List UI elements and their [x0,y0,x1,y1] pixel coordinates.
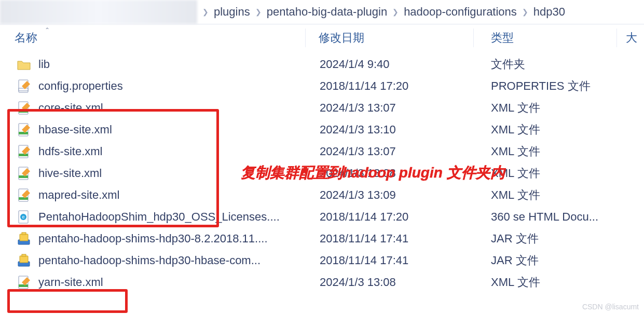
file-date: 2024/1/3 13:10 [320,123,396,136]
column-header-size[interactable]: 大 [626,30,637,46]
table-row[interactable]: lib2024/1/4 9:40文件夹 [0,53,644,75]
chevron-right-icon: ❯ [202,8,209,16]
redacted-path [0,0,197,24]
xml-icon [17,188,31,202]
file-name: PentahoHadoopShim_hdp30_OSS_Licenses.... [38,210,280,224]
file-type: XML 文件 [491,122,540,138]
table-row[interactable]: hdfs-site.xml2024/1/3 13:07XML 文件 [0,141,644,162]
chevron-right-icon: ❯ [392,8,399,16]
file-name: yarn-site.xml [38,276,103,289]
file-type: JAR 文件 [491,253,539,268]
file-type: 文件夹 [491,57,525,72]
file-date: 2024/1/3 13:09 [320,188,396,202]
column-header-name[interactable]: 名称 ⌃ [15,30,50,46]
column-headers: 名称 ⌃ 修改日期 类型 大 [0,24,644,51]
file-type: XML 文件 [491,275,540,290]
xml-icon [17,101,31,115]
file-name: pentaho-hadoop-shims-hdp30-hbase-com... [38,254,261,267]
file-name: hdfs-site.xml [38,145,102,158]
column-divider [305,29,306,47]
file-name: hbase-site.xml [38,123,112,136]
breadcrumb-item[interactable]: plugins [214,5,250,19]
html-icon [17,210,31,224]
file-type: XML 文件 [491,144,540,159]
xml-icon [17,144,31,159]
file-type: 360 se HTML Docu... [491,210,598,224]
table-row[interactable]: config.properties2018/11/14 17:20PROPERT… [0,75,644,97]
file-name: lib [38,58,50,71]
column-divider [616,29,617,47]
annotation-text: 复制集群配置到hadoop plugin 文件夹内 [241,163,505,183]
table-row[interactable]: core-site.xml2024/1/3 13:07XML 文件 [0,97,644,119]
file-date: 2024/1/3 13:07 [320,145,396,158]
table-row[interactable]: yarn-site.xml2024/1/3 13:08XML 文件 [0,271,644,293]
table-row[interactable]: mapred-site.xml2024/1/3 13:09XML 文件 [0,184,644,206]
table-row[interactable]: pentaho-hadoop-shims-hdp30-hbase-com...2… [0,250,644,271]
prop-icon [17,79,31,93]
chevron-right-icon: ❯ [255,8,262,16]
breadcrumb-item[interactable]: hdp30 [533,5,565,19]
table-row[interactable]: pentaho-hadoop-shims-hdp30-8.2.2018.11..… [0,228,644,250]
sort-caret-icon: ⌃ [45,26,50,34]
file-name: pentaho-hadoop-shims-hdp30-8.2.2018.11..… [38,232,268,245]
folder-icon [17,57,31,72]
file-type: PROPERTIES 文件 [491,78,591,94]
jar-icon [17,231,31,246]
column-divider [473,29,474,47]
breadcrumb-item[interactable]: pentaho-big-data-plugin [267,5,387,19]
file-type: XML 文件 [491,100,540,116]
file-date: 2018/11/14 17:20 [320,210,408,224]
file-name: config.properties [38,79,123,93]
column-header-type[interactable]: 类型 [491,30,514,46]
file-date: 2024/1/3 13:07 [320,101,396,115]
file-date: 2024/1/4 9:40 [320,58,390,71]
header-label: 名称 [15,31,37,44]
file-name: mapred-site.xml [38,188,119,202]
file-type: JAR 文件 [491,231,539,247]
file-date: 2018/11/14 17:41 [320,232,408,245]
jar-icon [17,253,31,268]
chevron-right-icon: ❯ [522,8,528,16]
file-name: core-site.xml [38,101,103,115]
breadcrumb-item[interactable]: hadoop-configurations [404,5,517,19]
file-date: 2018/11/14 17:20 [320,79,408,93]
table-row[interactable]: hbase-site.xml2024/1/3 13:10XML 文件 [0,119,644,141]
file-date: 2018/11/14 17:41 [320,254,408,267]
column-header-date[interactable]: 修改日期 [319,30,364,46]
xml-icon [17,166,31,181]
watermark: CSDN @lisacumt [582,303,639,311]
file-type: XML 文件 [491,187,540,203]
table-row[interactable]: PentahoHadoopShim_hdp30_OSS_Licenses....… [0,206,644,228]
xml-icon [17,122,31,137]
file-name: hive-site.xml [38,167,102,180]
xml-icon [17,275,31,290]
file-date: 2024/1/3 13:08 [320,276,396,289]
